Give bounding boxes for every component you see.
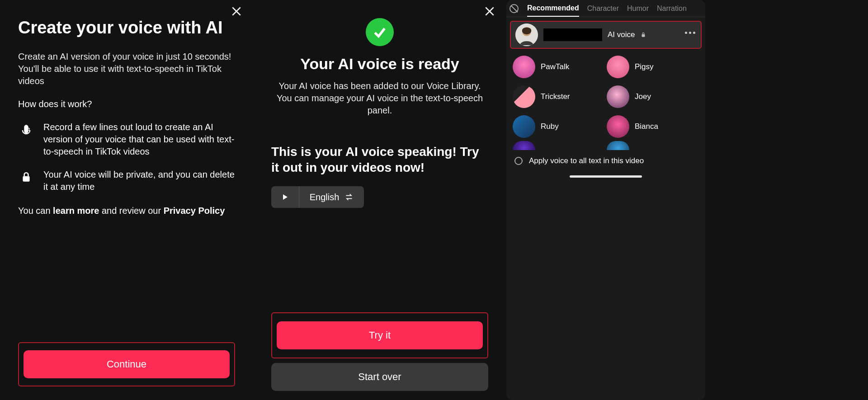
voice-ready-panel: Your AI voice is ready Your AI voice has… [253,0,506,400]
voice-item-joey[interactable]: Joey [607,84,699,109]
tab-recommended[interactable]: Recommended [527,0,579,17]
voice-name: Trickster [541,92,570,101]
voice-name: Ruby [541,122,559,131]
svg-rect-7 [642,34,645,37]
language-selector[interactable]: English [271,186,364,208]
voice-item-trickster[interactable]: Trickster [513,84,605,109]
avatar-partial [513,141,535,150]
step-record: Record a few lines out loud to create an… [18,121,235,158]
voice-name: Joey [635,92,651,101]
tab-narration[interactable]: Narration [657,1,687,16]
continue-button[interactable]: Continue [24,350,230,378]
play-icon[interactable] [271,186,299,208]
policy-line: You can learn more and review our Privac… [18,206,235,216]
voice-grid: PawTalk Pigsy Trickster Joey Ruby Bianca [506,51,705,141]
panel1-title: Create your voice with AI [18,18,235,38]
learn-more-link[interactable]: learn more [53,206,99,216]
continue-highlight: Continue [18,342,235,386]
voice-item-ruby[interactable]: Ruby [513,114,605,139]
voice-item-bianca[interactable]: Bianca [607,114,699,139]
voice-item-pawtalk[interactable]: PawTalk [513,54,605,80]
step-private: Your AI voice will be private, and you c… [18,169,235,193]
avatar-trickster [513,85,535,108]
policy-middle: and review our [99,206,163,216]
voice-grid-overflow [506,141,705,150]
user-ai-voice-item[interactable]: AI voice [510,21,702,49]
apply-voice-row[interactable]: Apply voice to all text in this video [506,150,705,172]
redacted-username [543,28,602,41]
voice-name: Pigsy [635,62,654,71]
voice-name: Bianca [635,122,658,131]
panel2-title: Your AI voice is ready [271,55,488,73]
privacy-policy-link[interactable]: Privacy Policy [164,206,225,216]
voice-tabs: Recommended Character Humor Narration [506,0,705,17]
tab-humor[interactable]: Humor [627,1,649,16]
voice-item-partial[interactable] [513,141,605,150]
voice-name: PawTalk [541,62,569,71]
apply-voice-label: Apply voice to all text in this video [529,156,644,165]
lock-icon [640,32,646,38]
close-icon[interactable] [231,5,242,17]
panel1-description: Create an AI version of your voice in ju… [18,51,235,87]
swap-icon [344,193,354,202]
how-does-it-work-label: How does it work? [18,99,235,109]
avatar-bianca [607,115,629,138]
language-label: English [310,192,340,202]
apply-voice-radio[interactable] [514,157,523,165]
user-avatar [515,24,538,46]
lock-icon [18,169,34,193]
voice-library-panel: Recommended Character Humor Narration AI… [506,0,705,400]
step-record-text: Record a few lines out loud to create an… [43,121,235,158]
voice-item-pigsy[interactable]: Pigsy [607,54,699,80]
policy-prefix: You can [18,206,53,216]
success-check-icon [366,18,394,46]
start-over-button[interactable]: Start over [271,363,488,391]
panel2-speaking-text: This is your AI voice speaking! Try it o… [271,144,488,175]
svg-rect-2 [23,176,29,182]
create-voice-panel: Create your voice with AI Create an AI v… [0,0,253,400]
microphone-icon [18,121,34,158]
filter-none-icon[interactable] [509,4,519,14]
step-private-text: Your AI voice will be private, and you c… [43,169,235,193]
avatar-joey [607,85,629,108]
avatar-pawtalk [513,56,535,78]
avatar-partial [607,141,629,150]
more-options-button[interactable] [685,32,695,34]
language-button[interactable]: English [299,186,364,208]
try-it-button[interactable]: Try it [277,321,483,349]
try-it-highlight: Try it [271,312,488,358]
close-icon[interactable] [484,5,495,17]
tab-character[interactable]: Character [587,1,619,16]
user-voice-label: AI voice [608,30,635,39]
avatar-pigsy [607,56,629,78]
panel2-description: Your AI voice has been added to our Voic… [274,80,486,117]
voice-item-partial[interactable] [607,141,699,150]
avatar-ruby [513,115,535,138]
drag-handle[interactable] [570,175,642,178]
